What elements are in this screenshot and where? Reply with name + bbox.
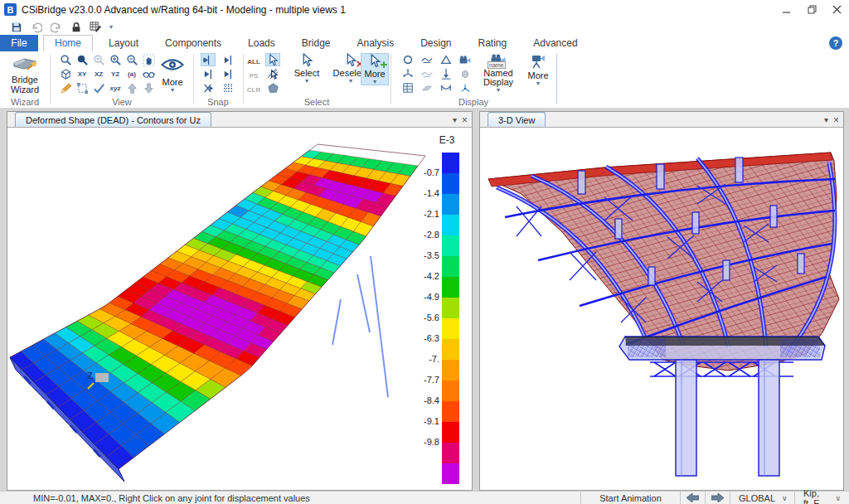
show-paths-button[interactable] <box>458 53 473 66</box>
units-value: Kip, ft, F <box>803 488 828 504</box>
zoom-out-icon <box>126 54 138 66</box>
qat-overflow-button[interactable]: ▾ <box>109 23 113 31</box>
window-title: CSiBridge v23.0.0 Advanced w/Rating 64-b… <box>22 4 346 16</box>
close-button[interactable] <box>824 0 849 19</box>
panel-close-icon[interactable]: × <box>833 116 839 124</box>
bridge-wizard-button[interactable] <box>12 53 39 73</box>
tab-home[interactable]: Home <box>43 35 93 51</box>
ribbon-group-snap: Snap <box>195 51 241 108</box>
redo-button[interactable] <box>50 21 62 33</box>
show-joint-axes-button[interactable] <box>400 67 415 80</box>
tab-layout[interactable]: Layout <box>98 35 149 51</box>
snap-perpendicular-button[interactable] <box>221 67 235 80</box>
rotate-view-button[interactable]: (a) <box>124 67 139 80</box>
panel-menu-icon[interactable]: ▾ <box>453 116 457 124</box>
rubber-band-zoom-button[interactable] <box>58 53 73 66</box>
deformed-shape-tab[interactable]: Deformed Shape (DEAD) - Contours for Uz <box>15 112 211 127</box>
tab-file[interactable]: File <box>0 35 38 51</box>
show-undeformed-button[interactable] <box>400 53 415 66</box>
restore-icon <box>808 5 817 14</box>
view-xy-button[interactable]: XY <box>75 67 90 80</box>
previous-step-button[interactable] <box>680 492 705 504</box>
select-button[interactable]: Select ▾ <box>288 53 326 84</box>
next-step-button[interactable] <box>705 492 730 504</box>
show-plane-button[interactable] <box>420 81 434 94</box>
view-more-chevron-icon: ▾ <box>171 87 174 93</box>
clear-selection-button[interactable]: CLR <box>245 83 263 96</box>
move-up-list-button[interactable] <box>124 81 139 94</box>
snap-grid-button[interactable] <box>221 81 235 94</box>
zoom-default-button[interactable] <box>75 53 90 66</box>
select-chevron-icon: ▾ <box>305 78 308 84</box>
set-limits-button[interactable] <box>75 81 90 94</box>
model-alive-button[interactable] <box>90 21 102 33</box>
display-more-button[interactable]: More ▾ <box>523 53 553 86</box>
lock-model-button[interactable] <box>70 21 82 33</box>
polygon-icon <box>267 82 279 94</box>
tab-analysis[interactable]: Analysis <box>346 35 405 51</box>
select-all-button[interactable]: ALL <box>245 55 263 68</box>
perspective-button[interactable] <box>141 67 156 80</box>
ribbon-group-wizard: Bridge Wizard Wizard <box>2 51 48 108</box>
minimize-button[interactable] <box>774 0 799 19</box>
edit-view-button[interactable] <box>58 81 73 94</box>
zoom-in-button[interactable] <box>108 53 123 66</box>
show-deformed-button[interactable] <box>420 53 434 66</box>
undo-button[interactable] <box>30 21 42 33</box>
start-animation-button[interactable]: Start Animation <box>580 492 680 504</box>
snap-ends-button[interactable] <box>221 53 235 66</box>
zoom-out-button[interactable] <box>124 53 139 66</box>
coord-system-dropdown[interactable]: GLOBAL ∨ <box>730 492 794 504</box>
status-message: MIN=-0.01, MAX=0., Right Click on any jo… <box>0 493 310 503</box>
show-forces-button[interactable] <box>439 67 454 80</box>
view-xz-button[interactable]: XZ <box>91 67 106 80</box>
zoom-previous-button[interactable] <box>91 53 106 66</box>
view-more-button[interactable]: More ▾ <box>158 76 187 93</box>
crossing-select-button[interactable] <box>265 67 280 80</box>
show-extrude-button[interactable] <box>458 67 473 80</box>
refresh-view-button[interactable] <box>91 81 106 94</box>
deformed-shape-viewport[interactable]: Z E-3 -0.7-1.4-2.1-2.8-3.5-4.2-4.9-5.6-6… <box>7 128 472 490</box>
show-influence-button[interactable] <box>439 81 454 94</box>
csibridge-window: B CSiBridge v23.0.0 Advanced w/Rating 64… <box>0 0 849 504</box>
snap-midpoints-button[interactable] <box>201 67 216 80</box>
tab-advanced[interactable]: Advanced <box>522 35 588 51</box>
z-axis-label: Z <box>87 371 93 380</box>
save-button[interactable] <box>10 21 22 33</box>
show-releases-button[interactable] <box>420 67 434 80</box>
restore-button[interactable] <box>799 0 824 19</box>
tab-design[interactable]: Design <box>410 35 462 51</box>
pointer-select-button[interactable] <box>265 53 280 66</box>
tab-bridge[interactable]: Bridge <box>291 35 342 51</box>
move-down-list-button[interactable] <box>141 81 156 94</box>
poly-select-button[interactable] <box>265 81 280 94</box>
show-hide-button[interactable] <box>160 56 185 73</box>
view-3d-button[interactable] <box>58 67 73 80</box>
snap-points-button[interactable] <box>201 53 216 66</box>
tab-components[interactable]: Components <box>154 35 232 51</box>
three-d-viewport[interactable] <box>480 128 843 490</box>
show-tables-button[interactable] <box>400 81 415 94</box>
units-dropdown[interactable]: Kip, ft, F ∨ <box>794 492 849 504</box>
help-button[interactable]: ? <box>829 36 842 50</box>
panel-close-icon[interactable]: × <box>462 116 468 124</box>
zoom-full-icon <box>76 54 89 66</box>
three-d-view-tab[interactable]: 3-D View <box>488 112 546 127</box>
view-yz-button[interactable]: YZ <box>108 67 123 80</box>
snap-intersections-button[interactable] <box>201 81 216 94</box>
snap-point-icon <box>202 54 215 66</box>
perspective-glasses-icon <box>143 68 155 80</box>
select-more-button[interactable]: More ▾ <box>361 53 389 85</box>
panel-menu-icon[interactable]: ▾ <box>824 116 828 124</box>
named-display-button[interactable]: name Named Display ▾ <box>477 53 520 93</box>
ribbon-group-select: ALL PS CLR Select ▾ Deselect ▾ <box>245 51 389 108</box>
show-global-axes-button[interactable] <box>458 81 473 94</box>
tab-rating[interactable]: Rating <box>468 35 518 51</box>
tab-loads[interactable]: Loads <box>237 35 286 51</box>
axes-toggle-button[interactable]: xyz <box>108 81 123 94</box>
show-loads-button[interactable] <box>439 53 454 66</box>
pan-button[interactable] <box>141 53 156 66</box>
plane-icon <box>421 82 433 94</box>
left-arrow-icon <box>686 493 699 502</box>
select-previous-button[interactable]: PS <box>245 69 263 82</box>
